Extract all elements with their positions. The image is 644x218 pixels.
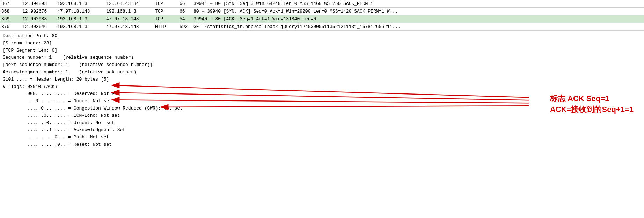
detail-line: .... ..0. .... = Urgent: Not set [3, 120, 641, 127]
packet-info: 39941 → 80 [SYN] Seq=0 Win=64240 Len=0 M… [193, 1, 643, 6]
detail-line: .... .0.. .... = ECN-Echo: Not set [3, 112, 641, 120]
packet-len: 592 [180, 24, 193, 29]
table-row[interactable]: 368 12.902676 47.97.18.148 192.168.1.3 T… [0, 8, 644, 15]
packet-dst: 47.97.18.148 [106, 24, 155, 29]
detail-line: [Next sequence number: 1 (relative seque… [3, 61, 641, 69]
packet-src: 192.168.1.3 [57, 24, 106, 29]
packet-info: 80 → 39940 [SYN, ACK] Seq=0 Ack=1 Win=29… [193, 9, 643, 14]
detail-line: Destination Port: 80 [3, 32, 641, 40]
packet-proto: TCP [155, 16, 180, 22]
packet-src: 47.97.18.148 [57, 9, 106, 14]
packet-time: 12.894893 [22, 1, 57, 6]
packet-no: 370 [1, 24, 22, 29]
packet-info: GET /statistics_in.php?callback=jQuery11… [193, 24, 643, 29]
annotation-line1: 标志 ACK Seq=1 [550, 93, 634, 104]
packet-proto: HTTP [155, 24, 180, 29]
detail-line: 000. .... .... = Reserved: Not set [3, 90, 641, 98]
packet-src: 192.168.1.3 [57, 16, 106, 22]
detail-line: .... ...1 .... = Acknowledgment: Set [3, 127, 641, 134]
annotation-line2: ACK=接收到的Seq+1=1 [550, 104, 634, 115]
packet-len: 54 [180, 16, 193, 22]
detail-line: ...0 .... .... = Nonce: Not set [3, 98, 641, 105]
packet-time: 12.903646 [22, 24, 57, 29]
packet-dst: 47.97.18.148 [106, 16, 155, 22]
detail-panel: Destination Port: 80[Stream index: 23][T… [0, 31, 644, 150]
detail-line: .... 0... .... = Congestion Window Reduc… [3, 105, 641, 112]
detail-line: Acknowledgment number: 1 (relative ack n… [3, 69, 641, 76]
packet-time: 12.902676 [22, 9, 57, 14]
packet-time: 12.902988 [22, 16, 57, 22]
table-row[interactable]: 369 12.902988 192.168.1.3 47.97.18.148 T… [0, 15, 644, 23]
packet-dst: 192.168.1.3 [106, 9, 155, 14]
packet-info: 39940 → 80 [ACK] Seq=1 Ack=1 Win=131840 … [193, 16, 643, 22]
table-row[interactable]: 370 12.903646 192.168.1.3 47.97.18.148 H… [0, 23, 644, 31]
packet-no: 368 [1, 9, 22, 14]
detail-line: Sequence number: 1 (relative sequence nu… [3, 54, 641, 61]
detail-line: 0101 .... = Header Length: 20 bytes (5) [3, 76, 641, 83]
detail-line: .... .... .0.. = Reset: Not set [3, 141, 641, 149]
packet-proto: TCP [155, 1, 180, 6]
packet-len: 66 [180, 1, 193, 6]
detail-line: [Stream index: 23] [3, 40, 641, 47]
table-row[interactable]: 367 12.894893 192.168.1.3 125.64.43.84 T… [0, 0, 644, 8]
packet-list: 367 12.894893 192.168.1.3 125.64.43.84 T… [0, 0, 644, 31]
detail-line: [TCP Segment Len: 0] [3, 47, 641, 54]
packet-len: 66 [180, 9, 193, 14]
packet-dst: 125.64.43.84 [106, 1, 155, 6]
packet-no: 367 [1, 1, 22, 6]
packet-no: 369 [1, 16, 22, 22]
packet-proto: TCP [155, 9, 180, 14]
packet-src: 192.168.1.3 [57, 1, 106, 6]
detail-line: ∨ Flags: 0x010 (ACK) [3, 83, 641, 91]
detail-line: .... .... 0... = Push: Not set [3, 134, 641, 141]
annotation-label: 标志 ACK Seq=1ACK=接收到的Seq+1=1 [550, 93, 634, 115]
